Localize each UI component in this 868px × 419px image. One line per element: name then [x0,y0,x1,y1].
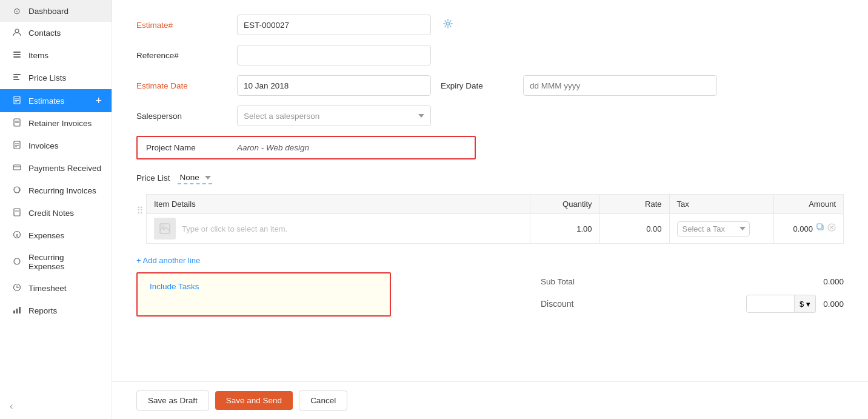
project-name-label: Project Name [146,143,227,152]
svg-rect-3 [13,56,21,58]
sidebar-item-estimates[interactable]: Estimates + [0,89,112,112]
svg-rect-20 [14,209,20,216]
item-image-placeholder [154,218,176,240]
sidebar-item-contacts[interactable]: Contacts [0,22,112,44]
sidebar-label-recurring-expenses: Recurring Expenses [28,253,102,271]
sidebar-label-retainer-invoices: Retainer Invoices [28,119,92,128]
estimate-date-input[interactable] [237,75,431,96]
discount-row: Discount $ ▾ 0.000 [541,291,844,317]
col-header-item-details: Item Details [147,195,530,214]
sidebar-label-invoices: Invoices [28,141,59,150]
sidebar-label-payments-received: Payments Received [28,164,101,173]
expiry-date-row: Expiry Date [441,75,717,96]
project-name-value: Aaron - Web design [237,143,309,152]
sub-total-value: 0.000 [823,277,844,286]
tax-cell[interactable]: Select a Tax [669,214,774,244]
include-tasks-box: Include Tasks [136,272,391,317]
svg-point-0 [15,29,19,33]
sub-total-row: Sub Total 0.000 [541,272,844,291]
sidebar-item-retainer-invoices[interactable]: Retainer Invoices [0,112,112,135]
sidebar-item-timesheet[interactable]: Timesheet [0,277,112,300]
amount-value: 0.000 [793,224,813,233]
delete-row-button[interactable] [827,223,836,234]
credit-notes-icon [12,208,22,218]
svg-rect-6 [13,79,19,80]
sidebar-item-price-lists[interactable]: Price Lists [0,67,112,89]
include-tasks-link[interactable]: Include Tasks [150,282,199,291]
salesperson-row: Salesperson Select a salesperson [136,106,844,126]
discount-label: Discount [541,299,573,309]
price-lists-icon [12,73,22,83]
svg-rect-34 [817,224,822,229]
sidebar-label-expenses: Expenses [28,231,64,240]
reference-number-input[interactable] [237,45,431,65]
sidebar-item-recurring-expenses[interactable]: Recurring Expenses [0,247,112,277]
reports-icon [12,306,22,316]
sidebar-label-credit-notes: Credit Notes [28,209,74,218]
add-line-label: + Add another line [136,256,200,265]
items-table-container: ⠿ Item Details Quantity Rate Tax Amount [136,194,844,251]
items-icon [12,50,22,61]
svg-rect-2 [13,54,21,55]
expiry-date-input[interactable] [523,75,717,96]
items-table: Item Details Quantity Rate Tax Amount [146,194,844,244]
gear-icon[interactable] [443,19,453,31]
cancel-button[interactable]: Cancel [299,391,347,411]
discount-type-label: $ [800,300,804,309]
sidebar-item-payments-received[interactable]: Payments Received [0,157,112,179]
estimates-add-button[interactable]: + [95,95,102,106]
sidebar-label-recurring-invoices: Recurring Invoices [28,186,96,195]
col-header-quantity: Quantity [530,195,599,214]
salesperson-select[interactable]: Select a salesperson [237,106,431,126]
item-details-cell[interactable]: Type or click to select an item. [147,214,530,244]
bottom-section: Include Tasks Sub Total 0.000 Discount $… [136,272,844,317]
estimate-number-input[interactable] [237,15,431,35]
sidebar: ⊙ Dashboard Contacts Items Price Lists E… [0,0,112,419]
sidebar-item-recurring-invoices[interactable]: Recurring Invoices [0,179,112,202]
copy-row-button[interactable] [816,223,825,234]
add-line-button[interactable]: + Add another line [136,253,200,267]
sidebar-collapse-button[interactable]: ‹ [0,394,112,419]
sidebar-label-items: Items [28,51,48,60]
svg-point-32 [162,226,164,228]
sidebar-item-credit-notes[interactable]: Credit Notes [0,202,112,224]
footer-bar: Save as Draft Save and Send Cancel [112,381,868,419]
sidebar-item-reports[interactable]: Reports [0,300,112,322]
svg-rect-29 [19,307,21,313]
estimates-icon [12,96,22,106]
estimate-date-label: Estimate Date [136,81,227,90]
sidebar-item-items[interactable]: Items [0,44,112,67]
expiry-date-label: Expiry Date [441,81,513,90]
estimate-number-row: Estimate# [136,15,844,35]
sidebar-label-timesheet: Timesheet [28,284,67,293]
rate-cell[interactable]: 0.00 [599,214,669,244]
quantity-cell[interactable]: 1.00 [530,214,599,244]
svg-rect-1 [13,52,21,53]
project-name-box: Project Name Aaron - Web design [136,136,476,159]
col-header-tax: Tax [669,195,774,214]
timesheet-icon [12,283,22,293]
tax-select[interactable]: Select a Tax [677,221,750,236]
recurring-expenses-icon [12,257,22,267]
totals-section: Sub Total 0.000 Discount $ ▾ 0.000 [541,272,844,317]
discount-type-button[interactable]: $ ▾ [795,295,816,313]
item-select-placeholder[interactable]: Type or click to select an item. [182,224,287,233]
sidebar-item-expenses[interactable]: $ Expenses [0,224,112,247]
save-send-button[interactable]: Save and Send [215,391,293,410]
discount-input[interactable] [746,295,795,313]
svg-rect-28 [16,309,18,313]
drag-handle-col: ⠿ [136,194,146,216]
price-list-select[interactable]: None [178,172,212,184]
sidebar-item-invoices[interactable]: Invoices [0,135,112,157]
discount-controls: $ ▾ 0.000 [746,295,844,313]
discount-combo: $ ▾ [746,295,816,313]
col-header-amount: Amount [774,195,844,214]
table-row: Type or click to select an item. 1.00 0.… [147,214,844,244]
recurring-invoices-icon [12,186,22,196]
expenses-icon: $ [12,230,22,241]
save-draft-button[interactable]: Save as Draft [136,391,209,411]
main-content: Estimate# Reference# Estimate Date Expir… [112,0,868,419]
svg-rect-5 [13,76,18,78]
sidebar-item-dashboard[interactable]: ⊙ Dashboard [0,0,112,22]
price-list-row: Price List None [136,172,844,184]
